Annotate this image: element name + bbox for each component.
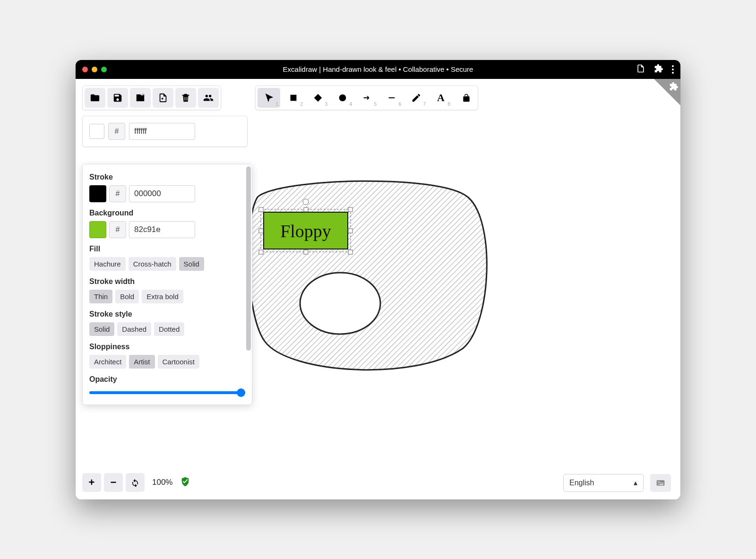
- svg-rect-7: [259, 229, 263, 233]
- hash-prefix: #: [109, 221, 126, 238]
- sw-extrabold[interactable]: Extra bold: [142, 290, 183, 303]
- chevron-up-icon: ▴: [634, 478, 637, 487]
- export-button[interactable]: [153, 88, 173, 108]
- sketch-hole[interactable]: [300, 273, 380, 334]
- window-title: Excalidraw | Hand-drawn look & feel • Co…: [283, 65, 473, 73]
- stroke-width-label: Stroke width: [89, 277, 245, 286]
- stroke-style-options: Solid Dashed Dotted: [89, 322, 245, 336]
- corner-banner[interactable]: [654, 79, 680, 105]
- stroke-style-label: Stroke style: [89, 310, 245, 318]
- language-select[interactable]: English ▴: [563, 474, 644, 492]
- ss-solid[interactable]: Solid: [89, 322, 114, 336]
- fill-solid[interactable]: Solid: [179, 257, 204, 271]
- tool-arrow[interactable]: 5: [356, 88, 378, 108]
- canvas-background-panel: #: [82, 116, 248, 147]
- app-window: Excalidraw | Hand-drawn look & feel • Co…: [76, 60, 680, 499]
- zoom-in-button[interactable]: +: [82, 473, 101, 492]
- titlebar: Excalidraw | Hand-drawn look & feel • Co…: [76, 60, 680, 79]
- opacity-slider[interactable]: [89, 391, 245, 394]
- background-hex-input[interactable]: [129, 221, 195, 238]
- tool-selection[interactable]: 1: [258, 88, 280, 108]
- svg-rect-4: [259, 207, 263, 212]
- ss-dashed[interactable]: Dashed: [117, 322, 151, 336]
- sl-artist[interactable]: Artist: [129, 355, 155, 369]
- svg-rect-5: [304, 207, 308, 212]
- tool-draw[interactable]: 7: [405, 88, 428, 108]
- sl-cartoonist[interactable]: Cartoonist: [158, 355, 199, 369]
- stroke-label: Stroke: [89, 173, 245, 181]
- zoom-out-button[interactable]: −: [104, 473, 123, 492]
- sw-thin[interactable]: Thin: [89, 290, 112, 303]
- stroke-swatch[interactable]: [89, 185, 106, 202]
- file-toolbar: [82, 86, 221, 110]
- page-icon[interactable]: [636, 64, 645, 75]
- svg-rect-12: [291, 95, 297, 101]
- background-label: Background: [89, 209, 245, 217]
- sloppiness-options: Architect Artist Cartoonist: [89, 355, 245, 369]
- svg-point-13: [339, 94, 346, 101]
- close-window-button[interactable]: [82, 67, 88, 72]
- tool-line[interactable]: 6: [380, 88, 403, 108]
- svg-point-3: [303, 199, 309, 205]
- sloppiness-label: Sloppiness: [89, 343, 245, 351]
- fill-crosshatch[interactable]: Cross-hatch: [129, 257, 176, 271]
- save-button[interactable]: [107, 88, 128, 108]
- svg-rect-9: [259, 250, 263, 254]
- maximize-window-button[interactable]: [101, 67, 107, 72]
- keyboard-shortcuts-button[interactable]: [650, 474, 671, 492]
- stroke-hex-input[interactable]: [129, 185, 195, 202]
- hash-prefix: #: [109, 185, 126, 202]
- sl-architect[interactable]: Architect: [89, 355, 126, 369]
- panel-scrollbar[interactable]: [246, 166, 251, 351]
- tool-diamond[interactable]: 3: [307, 88, 329, 108]
- collaborate-button[interactable]: [198, 88, 219, 108]
- language-label: English: [569, 479, 594, 487]
- zoom-reset-button[interactable]: [126, 473, 145, 492]
- svg-rect-11: [348, 250, 352, 254]
- hash-prefix: #: [108, 123, 125, 140]
- clear-canvas-button[interactable]: [175, 88, 196, 108]
- export-image-button[interactable]: [130, 88, 151, 108]
- svg-rect-10: [304, 250, 308, 254]
- canvas-bg-hex-input[interactable]: [129, 123, 195, 140]
- opacity-label: Opacity: [89, 375, 245, 384]
- svg-rect-6: [348, 207, 352, 212]
- canvas-bg-swatch[interactable]: [89, 124, 104, 139]
- app-body: Floppy 1: [76, 79, 680, 499]
- selected-text[interactable]: Floppy: [280, 221, 331, 241]
- properties-panel: Stroke # Background # Fill Hachure Cross…: [82, 164, 252, 405]
- fill-hachure[interactable]: Hachure: [89, 257, 126, 271]
- ss-dotted[interactable]: Dotted: [154, 322, 184, 336]
- minimize-window-button[interactable]: [92, 67, 97, 72]
- stroke-width-options: Thin Bold Extra bold: [89, 290, 245, 303]
- menu-dots-icon[interactable]: [672, 65, 674, 74]
- zoom-percent: 100%: [152, 478, 172, 487]
- tool-rectangle[interactable]: 2: [282, 88, 305, 108]
- traffic-lights: [82, 67, 107, 72]
- background-swatch[interactable]: [89, 221, 106, 238]
- fill-label: Fill: [89, 245, 245, 253]
- open-button[interactable]: [85, 88, 105, 108]
- fill-options: Hachure Cross-hatch Solid: [89, 257, 245, 271]
- zoom-bar: + − 100%: [82, 473, 190, 492]
- shape-toolbar: 1 2 3 4 5 6 7 A8: [255, 86, 478, 110]
- encryption-shield-icon: [180, 476, 190, 489]
- sw-bold[interactable]: Bold: [115, 290, 139, 303]
- svg-rect-8: [348, 229, 352, 233]
- extension-icon[interactable]: [654, 64, 663, 75]
- tool-text[interactable]: A8: [430, 88, 452, 108]
- tool-ellipse[interactable]: 4: [331, 88, 354, 108]
- lock-toggle[interactable]: [457, 88, 476, 108]
